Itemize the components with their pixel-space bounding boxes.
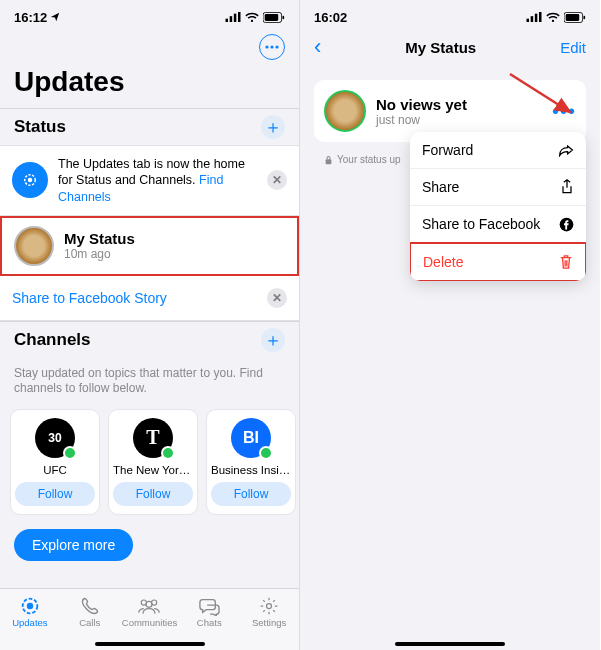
home-indicator: [95, 642, 205, 646]
signal-icon: [225, 12, 241, 22]
channels-heading: Channels: [14, 330, 91, 350]
nav-bar: ‹ My Status Edit: [300, 28, 600, 68]
add-channel-button[interactable]: ＋: [261, 328, 285, 352]
follow-button[interactable]: Follow: [113, 482, 193, 506]
status-bar: 16:02: [300, 0, 600, 28]
updates-icon: [19, 595, 41, 617]
edit-button[interactable]: Edit: [560, 39, 586, 56]
info-channels-icon: [12, 162, 48, 198]
avatar: [14, 226, 54, 266]
svg-rect-3: [238, 12, 241, 22]
wifi-icon: [245, 12, 259, 22]
gear-icon: [259, 596, 279, 616]
status-indicators: [526, 12, 586, 23]
phone-icon: [80, 596, 100, 616]
tab-label: Settings: [252, 617, 286, 628]
svg-point-17: [267, 604, 272, 609]
svg-rect-21: [539, 12, 542, 22]
dismiss-banner-button[interactable]: ✕: [267, 170, 287, 190]
ellipsis-icon: [265, 45, 279, 49]
avatar: [324, 90, 366, 132]
status-indicators: [225, 12, 285, 23]
tab-label: Updates: [12, 617, 47, 628]
location-icon: [50, 12, 60, 22]
context-menu: Forward Share Share to Facebook Delete: [410, 132, 586, 281]
trash-icon: [559, 254, 573, 270]
forward-icon: [558, 143, 574, 157]
menu-share-facebook[interactable]: Share to Facebook: [410, 206, 586, 243]
channel-name: The New York...: [113, 464, 193, 476]
status-section-header: Status ＋: [0, 108, 299, 145]
svg-point-11: [28, 178, 33, 183]
channel-card[interactable]: T The New York... Follow: [108, 409, 198, 515]
svg-point-16: [146, 601, 152, 607]
menu-delete[interactable]: Delete: [410, 242, 586, 281]
channel-logo: BI: [231, 418, 271, 458]
channel-logo: T: [133, 418, 173, 458]
svg-rect-18: [527, 19, 530, 22]
svg-rect-0: [226, 19, 229, 22]
svg-rect-24: [583, 15, 585, 18]
more-menu-button[interactable]: [259, 34, 285, 60]
status-heading: Status: [14, 117, 66, 137]
tab-label: Calls: [79, 617, 100, 628]
clock: 16:12: [14, 10, 47, 25]
status-more-button[interactable]: •••: [552, 100, 576, 123]
menu-label: Delete: [423, 254, 463, 270]
dismiss-fb-button[interactable]: ✕: [267, 288, 287, 308]
my-status-title: My Status: [64, 230, 285, 247]
channel-card[interactable]: 30 UFC Follow: [10, 409, 100, 515]
svg-rect-19: [531, 16, 534, 22]
menu-label: Share: [422, 179, 459, 195]
phone-updates: 16:12 Updates Status ＋ The Updates tab i…: [0, 0, 300, 650]
menu-label: Forward: [422, 142, 473, 158]
status-views: No views yet: [376, 96, 542, 113]
svg-rect-5: [265, 14, 279, 21]
home-indicator: [395, 642, 505, 646]
share-icon: [560, 179, 574, 195]
explore-more-button[interactable]: Explore more: [14, 529, 133, 561]
info-banner: The Updates tab is now the home for Stat…: [0, 145, 299, 216]
facebook-icon: [559, 217, 574, 232]
share-facebook-row[interactable]: Share to Facebook Story ✕: [0, 276, 299, 321]
lock-icon: [324, 155, 333, 165]
tab-label: Chats: [197, 617, 222, 628]
tab-updates[interactable]: Updates: [2, 595, 58, 650]
svg-point-13: [27, 603, 33, 609]
back-button[interactable]: ‹: [314, 34, 321, 60]
verified-icon: [63, 446, 77, 460]
channel-logo: 30: [35, 418, 75, 458]
communities-icon: [137, 596, 161, 616]
channels-desc: Stay updated on topics that matter to yo…: [0, 358, 299, 405]
signal-icon: [526, 12, 542, 22]
tab-label: Communities: [122, 617, 177, 628]
svg-rect-25: [326, 159, 332, 164]
svg-rect-1: [230, 16, 233, 22]
add-status-button[interactable]: ＋: [261, 115, 285, 139]
channel-name: UFC: [15, 464, 95, 476]
status-bar: 16:12: [0, 0, 299, 28]
status-time: just now: [376, 113, 542, 127]
clock: 16:02: [314, 10, 347, 25]
battery-icon: [564, 12, 586, 23]
nav-title: My Status: [405, 39, 476, 56]
info-text: The Updates tab is now the home for Stat…: [58, 156, 257, 205]
svg-point-8: [270, 45, 273, 48]
follow-button[interactable]: Follow: [211, 482, 291, 506]
channel-card[interactable]: BI Business Insid... Follow: [206, 409, 296, 515]
svg-point-7: [265, 45, 268, 48]
menu-forward[interactable]: Forward: [410, 132, 586, 169]
channel-cards: 30 UFC Follow T The New York... Follow B…: [0, 405, 299, 519]
chats-icon: [198, 596, 220, 616]
svg-rect-2: [234, 14, 237, 22]
follow-button[interactable]: Follow: [15, 482, 95, 506]
battery-icon: [263, 12, 285, 23]
menu-share[interactable]: Share: [410, 169, 586, 206]
channel-name: Business Insid...: [211, 464, 291, 476]
my-status-row[interactable]: My Status 10m ago: [0, 216, 299, 276]
my-status-time: 10m ago: [64, 247, 285, 261]
share-facebook-label: Share to Facebook Story: [12, 290, 167, 306]
tab-settings[interactable]: Settings: [241, 595, 297, 650]
menu-label: Share to Facebook: [422, 216, 540, 232]
page-title: Updates: [0, 62, 299, 108]
